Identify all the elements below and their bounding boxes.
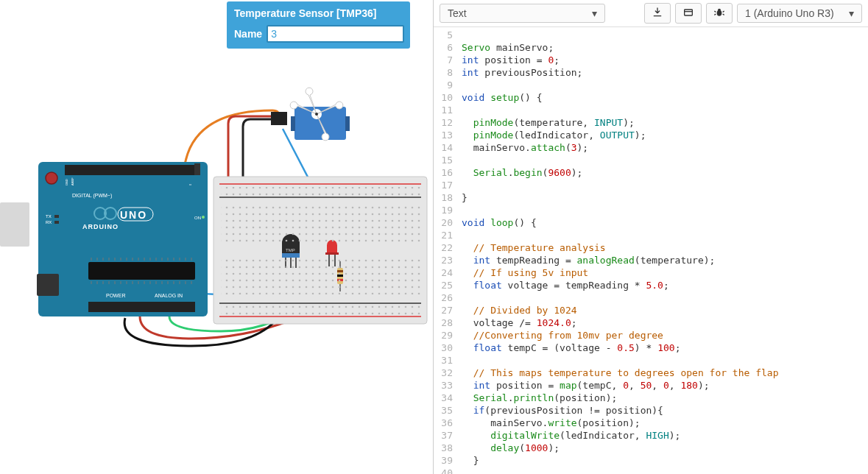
- svg-rect-5: [88, 302, 195, 312]
- svg-point-92: [718, 8, 721, 11]
- svg-text:POWER: POWER: [106, 293, 125, 298]
- svg-line-95: [714, 14, 716, 15]
- svg-text:TX: TX: [46, 214, 52, 219]
- code-view-dropdown[interactable]: Text ▾: [440, 4, 605, 23]
- library-button[interactable]: [675, 3, 702, 24]
- svg-rect-85: [221, 187, 421, 197]
- board-select-dropdown[interactable]: 1 (Arduino Uno R3) ▾: [737, 4, 862, 23]
- svg-point-50: [202, 216, 205, 219]
- svg-text:GND: GND: [65, 179, 68, 185]
- svg-rect-54: [54, 221, 59, 224]
- svg-point-82: [315, 113, 318, 116]
- servo-motor[interactable]: [271, 88, 350, 141]
- uno-label: UNO: [120, 209, 147, 221]
- svg-text:TMP: TMP: [286, 248, 295, 252]
- svg-text:ON: ON: [194, 216, 201, 220]
- circuit-canvas[interactable]: UNO ARDUINO DIGITAL (PWM~) POWER ANALOG …: [0, 74, 434, 471]
- code-view-label: Text: [448, 7, 467, 19]
- circuit-canvas-panel: Temperature Sensor [TMP36] Name: [0, 0, 434, 474]
- svg-rect-6: [88, 262, 195, 280]
- chevron-down-icon: ▾: [849, 7, 854, 19]
- property-card-title: Temperature Sensor [TMP36]: [234, 7, 403, 19]
- svg-rect-80: [345, 116, 350, 131]
- svg-point-2: [46, 172, 57, 184]
- svg-rect-79: [291, 116, 295, 131]
- download-button[interactable]: [644, 3, 671, 24]
- svg-text:AREF: AREF: [71, 177, 74, 185]
- svg-text:ANALOG IN: ANALOG IN: [155, 293, 183, 298]
- svg-rect-3: [37, 274, 59, 296]
- download-icon: [652, 7, 663, 21]
- svg-rect-87: [221, 258, 421, 294]
- code-editor[interactable]: 5678910111213141516171819202122232425262…: [434, 27, 868, 474]
- line-gutter: 5678910111213141516171819202122232425262…: [434, 27, 457, 474]
- arduino-board[interactable]: UNO ARDUINO DIGITAL (PWM~) POWER ANALOG …: [0, 162, 208, 316]
- svg-rect-69: [325, 252, 339, 255]
- svg-rect-88: [221, 305, 421, 315]
- svg-rect-55: [194, 163, 200, 175]
- svg-text:DIGITAL (PWM~): DIGITAL (PWM~): [72, 193, 112, 199]
- svg-rect-4: [65, 165, 197, 175]
- board-select-label: 1 (Arduino Uno R3): [745, 7, 834, 19]
- svg-rect-59: [214, 177, 427, 324]
- svg-line-96: [723, 14, 724, 15]
- component-property-card: Temperature Sensor [TMP36] Name: [227, 1, 410, 49]
- chevron-down-icon: ▾: [592, 7, 597, 19]
- arduino-label: ARDUINO: [82, 223, 119, 230]
- property-name-input[interactable]: [267, 25, 404, 43]
- svg-rect-53: [54, 215, 59, 218]
- svg-line-93: [714, 11, 716, 12]
- svg-rect-0: [0, 202, 29, 247]
- library-icon: [682, 7, 694, 21]
- code-toolbar: Text ▾ 1 (Arduino Uno R3): [434, 0, 868, 27]
- svg-rect-83: [271, 112, 287, 125]
- svg-rect-64: [282, 253, 300, 258]
- svg-rect-86: [221, 206, 421, 243]
- svg-line-94: [723, 11, 724, 12]
- svg-rect-89: [685, 10, 693, 15]
- bug-icon: [713, 7, 725, 21]
- code-panel: Text ▾ 1 (Arduino Uno R3): [434, 0, 868, 474]
- breadboard[interactable]: [214, 177, 427, 324]
- svg-text:RX: RX: [46, 220, 52, 224]
- debug-button[interactable]: [706, 3, 733, 24]
- property-name-label: Name: [234, 28, 262, 40]
- code-content[interactable]: Servo mainServo;int position = 0;int pre…: [457, 27, 868, 474]
